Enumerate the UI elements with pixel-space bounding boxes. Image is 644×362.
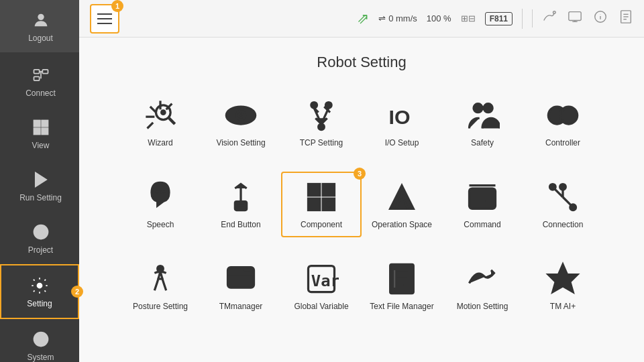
connection-label: Connection xyxy=(543,220,584,229)
tm-ai-plus-icon xyxy=(545,261,580,296)
operation-space-icon xyxy=(384,180,419,215)
svg-point-44 xyxy=(326,103,332,109)
io-setup-icon: IO xyxy=(384,98,419,133)
view-label: View xyxy=(32,141,50,150)
global-variable-icon: Var xyxy=(304,261,339,296)
component-badge: 3 xyxy=(354,168,366,180)
svg-point-12 xyxy=(38,230,43,235)
svg-point-42 xyxy=(239,114,242,117)
project-icon xyxy=(30,221,52,243)
text-file-manager-icon xyxy=(384,261,419,296)
sidebar-item-logout[interactable]: Logout xyxy=(0,0,79,52)
display-icon[interactable] xyxy=(568,9,582,27)
svg-point-45 xyxy=(319,124,325,130)
robot-status-icon: ⇗ xyxy=(357,10,369,27)
svg-point-48 xyxy=(484,104,492,113)
end-button-item[interactable]: End Button xyxy=(201,172,281,237)
sidebar-item-setting[interactable]: Setting 2 xyxy=(0,264,79,319)
svg-text:Var: Var xyxy=(311,272,339,290)
svg-point-57 xyxy=(326,202,332,208)
end-button-icon xyxy=(223,180,258,215)
view-icon xyxy=(30,117,52,138)
content: Robot Setting Wizard Vision Setting TCP … xyxy=(79,38,644,362)
svg-marker-81 xyxy=(548,264,577,292)
svg-rect-3 xyxy=(34,76,39,80)
menu-button[interactable]: 1 xyxy=(90,4,119,34)
doc-icon[interactable] xyxy=(619,9,633,27)
system-icon xyxy=(30,328,52,350)
menu-badge: 1 xyxy=(111,0,123,12)
percent-value: 100 % xyxy=(427,13,451,23)
component-label: Component xyxy=(301,220,342,229)
text-file-manager-item[interactable]: Text File Manager xyxy=(362,253,442,319)
sidebar-item-view[interactable]: View xyxy=(0,107,79,160)
global-variable-item[interactable]: Var Global Variable xyxy=(281,253,362,319)
sidebar-item-project[interactable]: Project xyxy=(0,212,79,264)
tcp-setting-item[interactable]: TCP Setting xyxy=(281,90,362,156)
motion-setting-label: Motion Setting xyxy=(457,302,508,311)
tmmanager-icon xyxy=(223,261,258,296)
command-icon xyxy=(465,180,500,215)
run-setting-label: Run Setting xyxy=(19,193,62,202)
svg-rect-7 xyxy=(42,121,48,127)
svg-point-65 xyxy=(560,184,566,190)
connection-item[interactable]: Connection xyxy=(523,172,603,237)
grid-row-3: Posture Setting TMmanager Var Global Var… xyxy=(106,253,617,319)
operation-space-item[interactable]: Operation Space xyxy=(362,172,442,237)
menu-bar-2 xyxy=(97,18,112,19)
svg-rect-6 xyxy=(34,121,40,127)
svg-rect-2 xyxy=(42,70,48,74)
tcp-setting-icon xyxy=(304,98,339,133)
component-item[interactable]: 3 Component xyxy=(281,172,362,237)
sidebar-item-connect[interactable]: Connect xyxy=(0,55,79,107)
svg-rect-53 xyxy=(309,184,320,196)
sidebar-item-system[interactable]: System xyxy=(0,319,79,362)
vision-setting-icon xyxy=(223,98,258,133)
controller-icon xyxy=(545,98,580,133)
svg-point-47 xyxy=(474,104,482,113)
component-icon xyxy=(304,180,339,215)
sidebar-item-run-setting[interactable]: Run Setting xyxy=(0,160,79,212)
tmmanager-label: TMmanager xyxy=(219,302,263,311)
tmmanager-item[interactable]: TMmanager xyxy=(201,253,281,319)
controller-item[interactable]: Controller xyxy=(523,90,603,156)
project-label: Project xyxy=(28,245,53,255)
topbar-icons xyxy=(532,9,633,27)
vision-setting-item[interactable]: Vision Setting xyxy=(201,90,281,156)
icon-grid: Wizard Vision Setting TCP Setting IO I/O… xyxy=(106,90,617,319)
command-label: Command xyxy=(464,220,500,229)
coord-icon: ⊞⊟ xyxy=(461,13,476,23)
run-setting-icon xyxy=(30,169,52,190)
topbar-status: ⇗ ⇌ 0 mm/s 100 % ⊞⊟ F811 xyxy=(357,9,633,29)
svg-rect-8 xyxy=(34,128,40,134)
setting-label: Setting xyxy=(27,299,52,308)
tm-ai-plus-item[interactable]: TM AI+ xyxy=(523,253,603,319)
command-item[interactable]: Command xyxy=(442,172,523,237)
svg-text:IO: IO xyxy=(389,106,411,128)
io-setup-label: I/O Setup xyxy=(385,138,419,147)
grid-row-2: Speech End Button 3 Component Operation … xyxy=(106,172,617,237)
setting-icon xyxy=(29,275,50,296)
logout-label: Logout xyxy=(28,34,53,43)
safety-item[interactable]: Safety xyxy=(442,90,523,156)
wizard-label: Wizard xyxy=(148,138,172,147)
svg-rect-24 xyxy=(569,12,581,21)
wizard-item[interactable]: Wizard xyxy=(120,90,201,156)
speech-item[interactable]: Speech xyxy=(120,172,201,237)
f-badge: F811 xyxy=(485,12,513,25)
operation-space-label: Operation Space xyxy=(372,220,432,229)
svg-rect-1 xyxy=(34,70,39,74)
info-icon[interactable] xyxy=(593,9,608,27)
io-setup-item[interactable]: IO I/O Setup xyxy=(362,90,442,156)
vision-setting-label: Vision Setting xyxy=(216,138,265,147)
sidebar: Logout Connect View Run Setting Project … xyxy=(0,0,79,362)
speech-label: Speech xyxy=(147,220,174,229)
motion-setting-item[interactable]: Motion Setting xyxy=(442,253,523,319)
svg-point-17 xyxy=(38,284,42,288)
svg-rect-54 xyxy=(323,184,334,196)
topbar: 1 ⇗ ⇌ 0 mm/s 100 % ⊞⊟ F811 xyxy=(79,0,644,38)
svg-point-43 xyxy=(311,103,317,109)
connect-icon xyxy=(30,64,52,86)
posture-setting-item[interactable]: Posture Setting xyxy=(120,253,201,319)
robot-arm-icon[interactable] xyxy=(542,9,557,27)
